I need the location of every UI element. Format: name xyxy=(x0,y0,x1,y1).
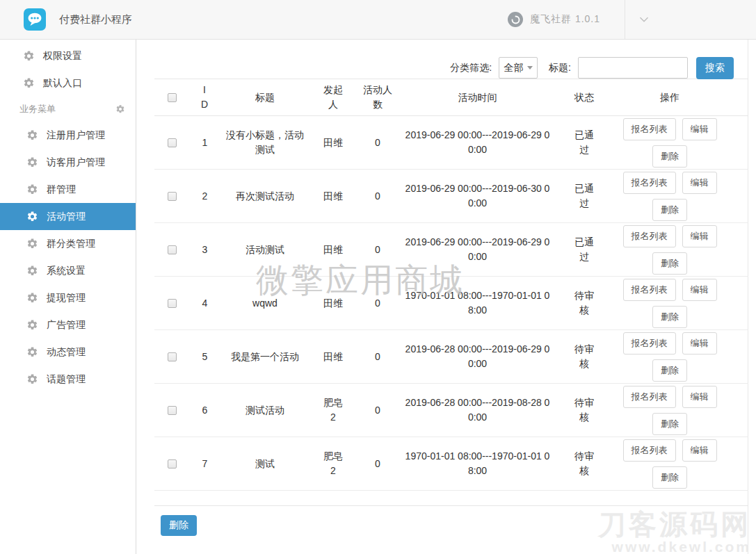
status-text: 待审核 xyxy=(574,396,595,425)
table-row: 7 测试 肥皂2 0 1970-01-01 08:00---1970-01-01… xyxy=(154,437,748,491)
col-header-actions: 操作 xyxy=(660,90,679,105)
sidebar-item-label: 话题管理 xyxy=(47,373,86,386)
title-input[interactable] xyxy=(578,57,688,79)
edit-button[interactable]: 编辑 xyxy=(682,439,717,462)
signup-list-button[interactable]: 报名列表 xyxy=(623,225,676,247)
signup-list-button[interactable]: 报名列表 xyxy=(623,332,676,355)
delete-button[interactable]: 删除 xyxy=(652,252,687,275)
delete-button[interactable]: 删除 xyxy=(652,466,687,489)
search-button[interactable]: 搜索 xyxy=(696,57,734,79)
table-row: 2 再次测试活动 田维 0 2019-06-29 00:00---2019-06… xyxy=(154,170,748,223)
signup-list-button[interactable]: 报名列表 xyxy=(623,439,676,462)
sidebar-item-menu-3[interactable]: 活动管理 xyxy=(0,203,136,230)
edit-button[interactable]: 编辑 xyxy=(682,279,717,301)
sidebar-item-label: 系统设置 xyxy=(47,265,86,277)
sidebar-section-business-menu: 业务菜单 xyxy=(0,97,136,122)
row-checkbox[interactable] xyxy=(168,352,177,361)
table-header-row: ID 标题 发起人 活动人数 活动时间 状态 操作 xyxy=(154,79,748,116)
status-text: 待审核 xyxy=(574,449,595,478)
signup-list-button[interactable]: 报名列表 xyxy=(623,118,676,140)
brand-name-version: 魔飞社群 1.0.1 xyxy=(530,13,600,26)
sidebar-item-menu-5[interactable]: 系统设置 xyxy=(0,257,136,284)
sidebar-item-label: 活动管理 xyxy=(47,211,86,223)
sidebar-item-label: 动态管理 xyxy=(47,346,86,359)
sidebar-item-menu-8[interactable]: 动态管理 xyxy=(0,339,136,366)
gear-icon xyxy=(26,265,38,277)
sidebar-item-label: 提现管理 xyxy=(47,292,86,304)
brand-icon xyxy=(508,12,523,27)
status-text: 已通过 xyxy=(574,181,595,211)
edit-button[interactable]: 编辑 xyxy=(682,172,717,194)
row-checkbox[interactable] xyxy=(168,459,177,469)
delete-button[interactable]: 删除 xyxy=(652,413,687,435)
sidebar-item-menu-4[interactable]: 群分类管理 xyxy=(0,230,136,257)
filter-bar: 分类筛选: 全部 标题: 搜索 xyxy=(154,57,734,79)
row-checkbox[interactable] xyxy=(168,138,177,147)
top-header: 付费社群小程序 魔飞社群 1.0.1 xyxy=(0,0,756,40)
gear-icon xyxy=(26,184,38,195)
row-checkbox[interactable] xyxy=(168,192,177,201)
sidebar-item-label: 默认入口 xyxy=(43,77,82,90)
sidebar-item-menu-1[interactable]: 访客用户管理 xyxy=(0,149,136,176)
signup-list-button[interactable]: 报名列表 xyxy=(623,279,676,301)
header-divider xyxy=(625,0,625,39)
sidebar-item-menu-7[interactable]: 广告管理 xyxy=(0,311,136,339)
row-checkbox[interactable] xyxy=(168,406,177,415)
gear-icon xyxy=(23,50,35,62)
activities-table: ID 标题 发起人 活动人数 活动时间 状态 操作 1 没有小标题，活动测试 田… xyxy=(154,79,748,506)
signup-list-button[interactable]: 报名列表 xyxy=(623,172,676,194)
edit-button[interactable]: 编辑 xyxy=(682,386,717,408)
app-title: 付费社群小程序 xyxy=(59,13,132,26)
sidebar-item-menu-6[interactable]: 提现管理 xyxy=(0,284,136,311)
delete-button[interactable]: 删除 xyxy=(652,359,687,382)
edit-button[interactable]: 编辑 xyxy=(682,332,717,355)
caret-down-icon xyxy=(527,66,533,70)
signup-list-button[interactable]: 报名列表 xyxy=(623,386,676,408)
col-header-title: 标题 xyxy=(255,90,275,105)
edit-button[interactable]: 编辑 xyxy=(682,118,717,140)
status-text: 待审核 xyxy=(574,288,595,318)
main-panel: 分类筛选: 全部 标题: 搜索 ID 标题 发起人 活动人数 活动时间 状态 操… xyxy=(136,40,748,554)
category-filter-label: 分类筛选: xyxy=(450,62,492,74)
app-logo-chat-bubble-icon xyxy=(24,8,46,31)
gear-icon xyxy=(26,129,38,141)
bulk-delete-button[interactable]: 删除 xyxy=(161,515,197,536)
col-header-time: 活动时间 xyxy=(458,90,497,105)
delete-button[interactable]: 删除 xyxy=(652,145,687,168)
table-row: 5 我是第一个活动 田维 0 2019-06-28 00:00---2019-0… xyxy=(154,330,748,384)
col-header-id: ID xyxy=(200,83,209,112)
row-checkbox[interactable] xyxy=(168,299,177,308)
gear-icon xyxy=(26,346,38,358)
delete-button[interactable]: 删除 xyxy=(652,199,687,221)
gear-icon xyxy=(26,373,38,385)
chevron-down-icon[interactable] xyxy=(634,11,654,28)
gear-icon xyxy=(23,77,35,89)
gear-icon[interactable] xyxy=(115,104,125,114)
sidebar: 权限设置 默认入口 业务菜单 注册用户管理 访客用户管理 群管理 活动管理 群分… xyxy=(0,40,136,554)
sidebar-item-label: 广告管理 xyxy=(47,319,86,332)
app-window: 付费社群小程序 魔飞社群 1.0.1 权限设置 默认入口 业务菜单 xyxy=(0,0,756,554)
row-checkbox[interactable] xyxy=(168,245,177,254)
delete-button[interactable]: 删除 xyxy=(652,306,687,328)
sidebar-item-label: 注册用户管理 xyxy=(47,129,105,142)
sidebar-item-label: 权限设置 xyxy=(43,50,82,63)
sidebar-item-top-0[interactable]: 权限设置 xyxy=(0,42,136,70)
col-header-participants: 活动人数 xyxy=(362,83,394,112)
gear-icon xyxy=(26,319,38,331)
sidebar-item-top-1[interactable]: 默认入口 xyxy=(0,70,136,97)
gear-icon xyxy=(26,292,38,304)
sidebar-section-label: 业务菜单 xyxy=(19,103,56,115)
sidebar-item-menu-0[interactable]: 注册用户管理 xyxy=(0,122,136,149)
sidebar-item-menu-9[interactable]: 话题管理 xyxy=(0,366,136,393)
gear-icon xyxy=(26,156,38,168)
category-select[interactable]: 全部 xyxy=(499,57,538,79)
category-select-value: 全部 xyxy=(504,62,524,74)
sidebar-item-menu-2[interactable]: 群管理 xyxy=(0,176,136,203)
status-text: 待审核 xyxy=(574,342,595,371)
sidebar-item-label: 访客用户管理 xyxy=(47,156,105,169)
status-text: 已通过 xyxy=(574,128,595,157)
edit-button[interactable]: 编辑 xyxy=(682,225,717,247)
select-all-checkbox[interactable] xyxy=(168,93,177,102)
table-row: 3 活动测试 田维 0 2019-06-29 00:00---2019-06-2… xyxy=(154,223,748,277)
col-header-initiator: 发起人 xyxy=(323,83,344,112)
